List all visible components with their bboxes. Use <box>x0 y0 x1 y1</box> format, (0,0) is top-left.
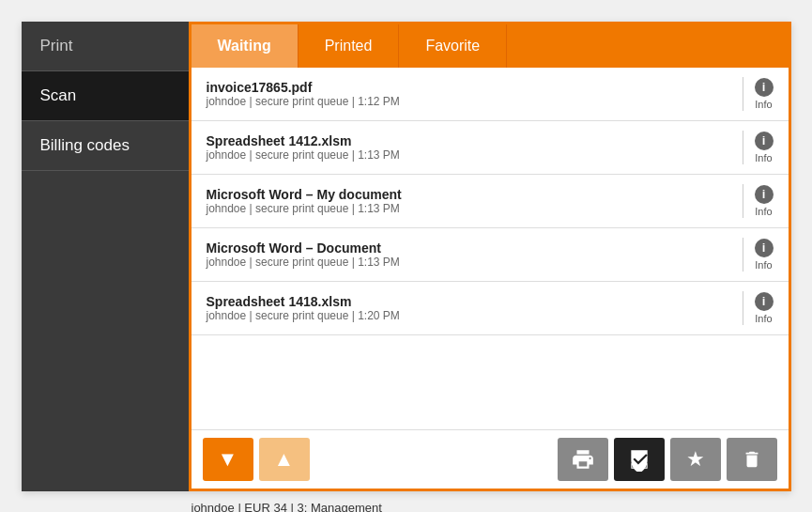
list-item[interactable]: Spreadsheet 1412.xlsm johndoe | secure p… <box>192 121 789 175</box>
info-label: Info <box>755 206 772 217</box>
status-bar: johndoe | EUR 34 | 3: Management <box>192 501 382 513</box>
scroll-down-button[interactable]: ▼ <box>203 438 253 481</box>
sidebar-item-scan[interactable]: Scan <box>22 71 189 121</box>
sidebar-item-print[interactable]: Print <box>22 22 189 71</box>
list-item-divider <box>743 131 743 164</box>
info-label: Info <box>755 259 772 271</box>
list-item-content: Microsoft Word – My document johndoe | s… <box>207 187 731 215</box>
list-item-title: Microsoft Word – Document <box>207 240 731 256</box>
print-button[interactable] <box>558 438 608 481</box>
info-button[interactable]: i Info <box>755 78 774 110</box>
list-item[interactable]: Microsoft Word – Document johndoe | secu… <box>192 228 789 282</box>
info-button[interactable]: i Info <box>755 292 774 324</box>
list-item-content: Spreadsheet 1418.xlsm johndoe | secure p… <box>207 294 731 322</box>
info-button[interactable]: i Info <box>755 132 774 163</box>
main-panel: Waiting Printed Favorite invoice17865.pd… <box>189 22 791 491</box>
info-icon: i <box>755 185 774 204</box>
tab-printed[interactable]: Printed <box>299 24 400 68</box>
favorite-button[interactable]: ★ <box>670 438 721 481</box>
list-item-sub: johndoe | secure print queue | 1:13 PM <box>207 148 731 162</box>
list-item-divider <box>743 184 743 218</box>
info-icon: i <box>755 78 774 97</box>
list-item-content: Microsoft Word – Document johndoe | secu… <box>207 240 731 269</box>
list-item[interactable]: invoice17865.pdf johndoe | secure print … <box>192 68 789 121</box>
list-item-divider <box>743 238 743 272</box>
list-item-divider <box>743 291 743 325</box>
delete-button[interactable] <box>727 438 777 481</box>
list-item-title: invoice17865.pdf <box>207 80 731 95</box>
list-item-title: Spreadsheet 1412.xlsm <box>207 133 731 148</box>
info-button[interactable]: i Info <box>755 239 774 271</box>
info-label: Info <box>755 152 772 163</box>
list-item-title: Microsoft Word – My document <box>207 187 731 202</box>
info-label: Info <box>755 313 772 324</box>
action-toolbar: ▼ ▲ ★ <box>192 429 789 489</box>
list-item[interactable]: Microsoft Word – My document johndoe | s… <box>192 175 789 228</box>
list-item-content: invoice17865.pdf johndoe | secure print … <box>207 80 731 108</box>
tabs-bar: Waiting Printed Favorite <box>192 24 789 68</box>
info-label: Info <box>755 99 772 110</box>
info-icon: i <box>755 292 774 311</box>
list-item[interactable]: Spreadsheet 1418.xlsm johndoe | secure p… <box>192 282 789 335</box>
sidebar-item-billing-codes[interactable]: Billing codes <box>22 121 189 171</box>
list-item-divider <box>743 77 743 111</box>
list-item-sub: johndoe | secure print queue | 1:13 PM <box>207 202 731 215</box>
print-queue-list: invoice17865.pdf johndoe | secure print … <box>192 68 789 429</box>
list-item-sub: johndoe | secure print queue | 1:12 PM <box>207 95 731 108</box>
info-button[interactable]: i Info <box>755 185 774 217</box>
main-window: Print Scan Billing codes Waiting Printed… <box>22 22 791 491</box>
tab-favorite[interactable]: Favorite <box>399 24 507 68</box>
secure-print-button[interactable] <box>614 438 665 481</box>
list-item-sub: johndoe | secure print queue | 1:20 PM <box>207 309 731 322</box>
info-icon: i <box>755 239 774 257</box>
sidebar: Print Scan Billing codes <box>22 22 189 491</box>
scroll-up-button[interactable]: ▲ <box>259 438 310 481</box>
tab-waiting[interactable]: Waiting <box>192 24 299 68</box>
list-item-title: Spreadsheet 1418.xlsm <box>207 294 731 309</box>
list-item-sub: johndoe | secure print queue | 1:13 PM <box>207 256 731 269</box>
info-icon: i <box>755 132 774 150</box>
list-item-content: Spreadsheet 1412.xlsm johndoe | secure p… <box>207 133 731 162</box>
